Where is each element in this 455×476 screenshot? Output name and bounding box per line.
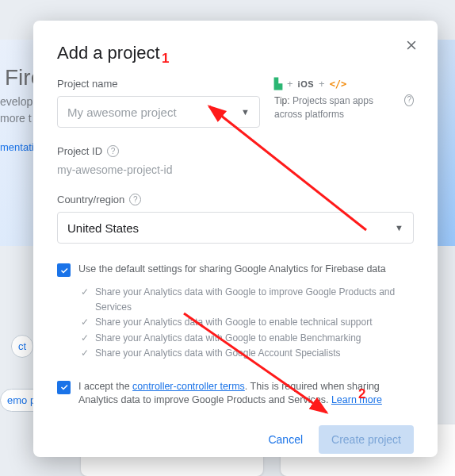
analytics-default-text: Use the default settings for sharing Goo…	[78, 263, 386, 277]
project-name-label: Project name	[57, 78, 260, 90]
terms-a: I accept the	[78, 381, 132, 392]
close-icon[interactable]	[401, 35, 422, 56]
help-icon[interactable]: ?	[404, 94, 414, 106]
analytics-bullets: ✓Share your Analytics data with Google t…	[81, 285, 414, 361]
help-icon[interactable]: ?	[107, 145, 119, 157]
bullet-4-text: Share your Analytics data with Google Ac…	[95, 346, 341, 361]
project-name-placeholder: My awesome project	[67, 106, 177, 119]
bg-subtext: evelop more t	[0, 94, 32, 127]
chevron-down-icon: ▼	[395, 223, 403, 232]
bullet-4: ✓Share your Analytics data with Google A…	[81, 346, 414, 361]
learn-more-link[interactable]: Learn more	[331, 394, 382, 405]
checkbox-analytics[interactable]	[57, 263, 71, 277]
project-id-label-text: Project ID	[57, 145, 102, 157]
help-icon[interactable]: ?	[129, 194, 141, 205]
annotation-2: 2	[358, 386, 365, 402]
project-name-input[interactable]: My awesome project ▼	[57, 96, 260, 128]
ios-icon: iOS	[298, 79, 314, 89]
bg-doc-link[interactable]: mentati	[0, 141, 34, 153]
country-label: Country/region ?	[57, 194, 414, 205]
bullet-1-text: Share your Analytics data with Google to…	[95, 285, 414, 315]
bg-sub1: evelop	[0, 95, 32, 108]
bg-chip-add[interactable]: ct	[11, 335, 33, 358]
annotation-1: 1	[162, 51, 169, 67]
tip-panel: ▙ + iOS + </> Tip: Projects span apps ac…	[274, 78, 414, 128]
checkbox-terms[interactable]	[57, 381, 71, 394]
country-value: United States	[67, 221, 139, 235]
android-icon: ▙	[274, 78, 282, 90]
check-icon: ✓	[81, 331, 89, 346]
check-icon: ✓	[81, 315, 89, 330]
tip-label: Tip:	[274, 95, 290, 106]
platform-icons: ▙ + iOS + </>	[274, 78, 414, 90]
bullet-3: ✓Share your Analytics data with Google t…	[81, 331, 414, 346]
country-select[interactable]: United States ▼	[57, 212, 414, 244]
modal-title: Add a project	[57, 43, 414, 63]
create-project-button[interactable]: Create project	[319, 425, 414, 454]
check-icon: ✓	[81, 346, 89, 361]
bullet-3-text: Share your Analytics data with Google to…	[95, 331, 361, 346]
chevron-down-icon: ▼	[241, 107, 250, 117]
bullet-2: ✓Share your Analytics data with Google t…	[81, 315, 414, 330]
bullet-2-text: Share your Analytics data with Google to…	[95, 315, 373, 330]
check-icon: ✓	[81, 285, 89, 315]
web-icon: </>	[330, 79, 347, 90]
cancel-button[interactable]: Cancel	[255, 425, 315, 454]
add-project-modal: Add a project Project name My awesome pr…	[33, 21, 438, 457]
project-id-value: my-awesome-project-id	[57, 163, 414, 176]
project-id-label: Project ID ?	[57, 145, 414, 157]
analytics-default-row[interactable]: Use the default settings for sharing Goo…	[57, 263, 414, 277]
controller-terms-link[interactable]: controller-controller terms	[132, 381, 245, 392]
bullet-1: ✓Share your Analytics data with Google t…	[81, 285, 414, 315]
bg-sub2: more t	[0, 112, 32, 125]
country-label-text: Country/region	[57, 194, 124, 205]
modal-actions: Cancel Create project	[57, 425, 414, 454]
